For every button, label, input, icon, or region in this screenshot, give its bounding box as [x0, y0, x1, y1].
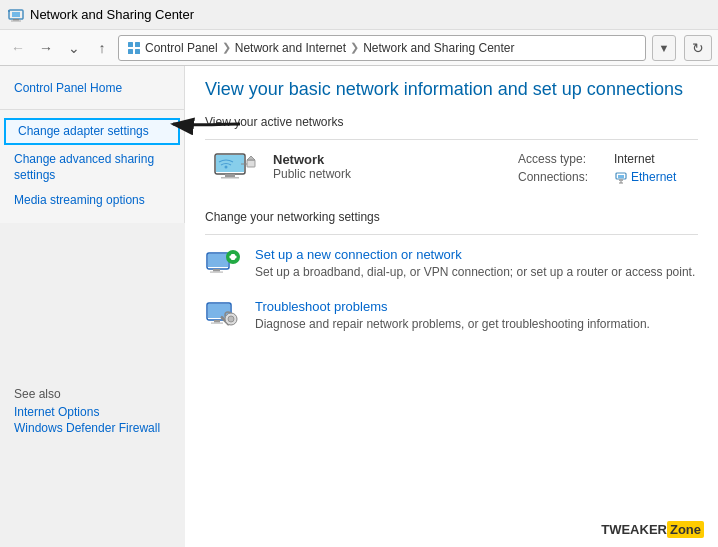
page-title: View your basic network information and … — [205, 78, 698, 101]
svg-rect-6 — [135, 42, 140, 47]
change-settings-header: Change your networking settings — [205, 210, 698, 224]
svg-rect-13 — [221, 177, 239, 179]
new-connection-text: Set up a new connection or network Set u… — [255, 247, 695, 281]
sidebar-divider — [0, 109, 184, 110]
svg-rect-11 — [216, 155, 244, 172]
main-layout: Control Panel Home Change adapter settin… — [0, 66, 718, 547]
svg-rect-25 — [213, 269, 220, 272]
sidebar-change-adapter-settings[interactable]: Change adapter settings — [4, 118, 180, 145]
watermark-text: TWEAKER — [601, 522, 667, 537]
access-type-label: Access type: — [518, 152, 608, 166]
network-name-section: Network Public network — [265, 152, 498, 181]
svg-rect-1 — [12, 12, 20, 17]
network-name: Network — [273, 152, 498, 167]
watermark-highlight: Zone — [667, 521, 704, 538]
sidebar-internet-options[interactable]: Internet Options — [14, 405, 171, 419]
network-monitor-icon — [211, 152, 259, 192]
refresh-button[interactable]: ↻ — [684, 35, 712, 61]
connections-label: Connections: — [518, 170, 608, 184]
svg-rect-12 — [225, 174, 235, 177]
network-type: Public network — [273, 167, 498, 181]
troubleshoot-link[interactable]: Troubleshoot problems — [255, 299, 650, 314]
address-dropdown-button[interactable]: ▼ — [652, 35, 676, 61]
svg-marker-15 — [247, 156, 255, 160]
svg-rect-26 — [210, 272, 223, 273]
connection-icon: Ethernet — [614, 170, 676, 184]
new-connection-link[interactable]: Set up a new connection or network — [255, 247, 695, 262]
forward-button[interactable]: → — [34, 36, 58, 60]
new-connection-icon — [205, 247, 241, 283]
annotation-arrow — [165, 104, 245, 147]
see-also-label: See also — [14, 387, 171, 401]
new-connection-desc: Set up a broadband, dial-up, or VPN conn… — [255, 265, 695, 279]
access-type-row: Access type: Internet — [518, 152, 698, 166]
svg-rect-19 — [618, 175, 624, 178]
crumb-1: Control Panel — [145, 41, 218, 55]
crumb-2: Network and Internet — [235, 41, 346, 55]
address-icon — [127, 41, 141, 55]
sidebar: Control Panel Home Change adapter settin… — [0, 66, 185, 223]
svg-rect-24 — [208, 254, 228, 267]
title-bar-icon — [8, 7, 24, 23]
svg-point-16 — [225, 166, 228, 169]
up-button[interactable]: ↑ — [90, 36, 114, 60]
crumb-3: Network and Sharing Center — [363, 41, 514, 55]
sidebar-control-panel-home[interactable]: Control Panel Home — [0, 76, 184, 101]
svg-rect-33 — [211, 323, 223, 324]
content-area: View your basic network information and … — [185, 66, 718, 547]
address-field[interactable]: Control Panel ❯ Network and Internet ❯ N… — [118, 35, 646, 61]
network-info: Network Public network Access type: Inte… — [205, 152, 698, 192]
svg-rect-32 — [214, 320, 220, 323]
address-bar: ← → ⌄ ↑ Control Panel ❯ Network and Inte… — [0, 30, 718, 66]
new-connection-item: Set up a new connection or network Set u… — [205, 247, 698, 283]
sidebar-media-streaming[interactable]: Media streaming options — [0, 188, 184, 213]
recent-button[interactable]: ⌄ — [62, 36, 86, 60]
svg-rect-20 — [619, 179, 623, 181]
divider-2 — [205, 234, 698, 235]
svg-rect-5 — [128, 42, 133, 47]
svg-rect-2 — [13, 19, 19, 21]
sep-2: ❯ — [350, 41, 359, 54]
title-bar: Network and Sharing Center — [0, 0, 718, 30]
sidebar-wrapper: Control Panel Home Change adapter settin… — [0, 66, 185, 547]
ethernet-icon — [614, 170, 628, 184]
svg-point-37 — [228, 316, 234, 322]
troubleshoot-icon — [205, 299, 241, 335]
connections-row: Connections: Ethernet — [518, 170, 698, 184]
sep-1: ❯ — [222, 41, 231, 54]
ethernet-link[interactable]: Ethernet — [631, 170, 676, 184]
svg-rect-3 — [11, 20, 21, 21]
troubleshoot-desc: Diagnose and repair network problems, or… — [255, 317, 650, 331]
access-type-value: Internet — [614, 152, 655, 166]
svg-rect-8 — [135, 49, 140, 54]
svg-rect-7 — [128, 49, 133, 54]
network-icon-area — [205, 152, 265, 192]
sidebar-windows-defender[interactable]: Windows Defender Firewall — [14, 421, 171, 435]
title-bar-text: Network and Sharing Center — [30, 7, 194, 22]
troubleshoot-text: Troubleshoot problems Diagnose and repai… — [255, 299, 650, 333]
troubleshoot-item: Troubleshoot problems Diagnose and repai… — [205, 299, 698, 335]
svg-rect-4 — [8, 10, 10, 12]
sidebar-change-advanced-sharing[interactable]: Change advanced sharing settings — [0, 147, 184, 189]
divider-1 — [205, 139, 698, 140]
back-button[interactable]: ← — [6, 36, 30, 60]
svg-rect-14 — [247, 160, 255, 167]
svg-rect-29 — [230, 256, 237, 259]
active-networks-header: View your active networks — [205, 115, 698, 129]
watermark: TWEAKERZone — [601, 522, 704, 537]
network-access-section: Access type: Internet Connections: — [498, 152, 698, 188]
